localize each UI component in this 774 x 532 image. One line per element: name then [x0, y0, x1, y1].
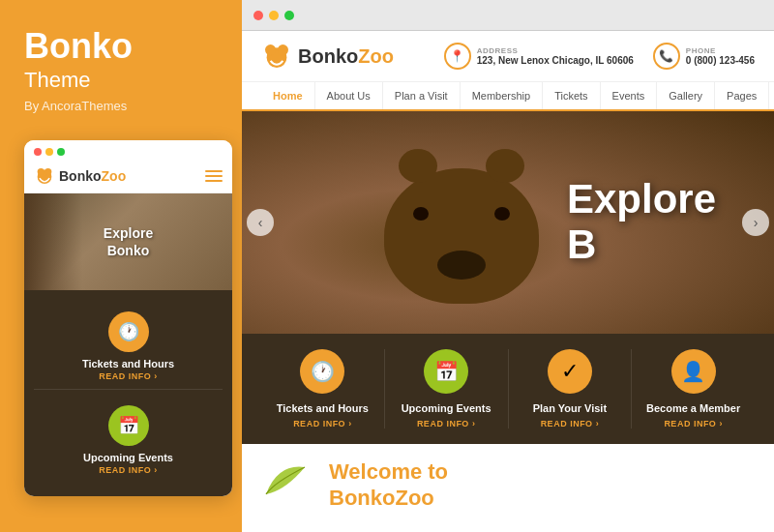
right-panel: BonkoZoo 📍 ADDRESS 123, New Lenox Chicag… — [242, 0, 774, 532]
brand-subtitle: Theme — [24, 68, 90, 93]
mobile-mockup: BonkoZoo Explore Bonko 🕐 Tickets and Hou… — [24, 140, 232, 496]
nav-plan[interactable]: Plan a Visit — [383, 82, 461, 109]
nav-membership[interactable]: Membership — [461, 82, 544, 109]
hero-title-line2: B — [567, 222, 716, 268]
mobile-card-link-tickets[interactable]: READ INFO › — [99, 371, 158, 381]
mobile-card-link-events[interactable]: READ INFO › — [99, 465, 158, 475]
bear-illustration — [384, 168, 539, 304]
info-link-tickets[interactable]: READ INFO › — [293, 419, 352, 429]
nav-gallery[interactable]: Gallery — [657, 82, 715, 109]
mobile-titlebar — [24, 140, 232, 160]
bear-nose — [437, 251, 486, 280]
mobile-card-events: 📅 Upcoming Events READ INFO › — [34, 398, 223, 483]
contact-phone: 📞 PHONE 0 (800) 123-456 — [653, 43, 755, 70]
nav-tickets[interactable]: Tickets — [543, 82, 600, 109]
svg-point-5 — [278, 44, 288, 55]
info-title-tickets: Tickets and Hours — [277, 401, 369, 415]
welcome-line2: BonkoZoo — [329, 486, 434, 510]
bear-ear-right — [486, 149, 524, 183]
site-logo-icon — [261, 41, 292, 72]
welcome-text: Welcome to BonkoZoo — [329, 459, 448, 511]
info-card-events: 📅 Upcoming Events READ INFO › — [385, 349, 509, 429]
site-hero: Explore B ‹ › — [242, 111, 774, 334]
mobile-dot-yellow — [45, 148, 53, 156]
site-logo-zoo: Zoo — [358, 45, 394, 68]
mobile-hero-text: Explore Bonko — [104, 224, 153, 259]
browser-dot-green — [284, 11, 294, 20]
mobile-dot-red — [34, 148, 42, 156]
site-logo: BonkoZoo — [261, 41, 394, 72]
left-panel: Bonko Theme By AncoraThemes BonkoZoo — [0, 0, 242, 532]
mobile-card-title-tickets: Tickets and Hours — [82, 358, 174, 369]
leaf-decoration-icon — [261, 459, 310, 498]
info-icon-visit: ✓ — [548, 349, 592, 394]
info-title-visit: Plan Your Visit — [533, 401, 607, 415]
phone-icon: 📞 — [653, 43, 680, 70]
welcome-heading: Welcome to BonkoZoo — [329, 459, 448, 511]
bear-ear-left — [399, 149, 437, 183]
svg-point-2 — [45, 168, 51, 175]
info-icon-events: 📅 — [424, 349, 468, 394]
brand-by: By AncoraThemes — [24, 99, 127, 113]
site-nav: Home About Us Plan a Visit Membership Ti… — [242, 82, 774, 111]
mobile-logo-bonko: Bonko — [59, 168, 102, 184]
mobile-hero-line1: Explore — [104, 224, 153, 242]
nav-contacts[interactable]: Contacts — [769, 82, 774, 109]
contact-address-text: ADDRESS 123, New Lenox Chicago, IL 60606 — [477, 46, 634, 66]
info-icon-tickets: 🕐 — [300, 349, 344, 394]
bear-eye-right — [494, 207, 510, 221]
mobile-logo-icon — [34, 165, 55, 187]
mobile-card-title-events: Upcoming Events — [83, 452, 173, 463]
mobile-card-icon-events: 📅 — [108, 405, 149, 446]
mobile-logo-zoo: Zoo — [102, 168, 127, 184]
nav-about[interactable]: About Us — [315, 82, 383, 109]
info-icon-member: 👤 — [671, 349, 716, 394]
nav-home[interactable]: Home — [261, 82, 315, 109]
mobile-hero: Explore Bonko — [24, 193, 232, 290]
info-title-member: Become a Member — [646, 401, 740, 415]
mobile-card-tickets: 🕐 Tickets and Hours READ INFO › — [34, 304, 223, 390]
browser-dot-red — [253, 11, 263, 20]
mobile-dots — [34, 148, 65, 156]
mobile-logo: BonkoZoo — [34, 165, 126, 187]
site-header: BonkoZoo 📍 ADDRESS 123, New Lenox Chicag… — [242, 31, 774, 82]
site-contact: 📍 ADDRESS 123, New Lenox Chicago, IL 606… — [444, 43, 755, 70]
site-logo-bonko: Bonko — [298, 45, 358, 68]
info-title-events: Upcoming Events — [402, 401, 491, 415]
location-icon: 📍 — [444, 43, 471, 70]
svg-point-4 — [265, 44, 276, 55]
info-link-member[interactable]: READ INFO › — [664, 419, 723, 429]
info-link-events[interactable]: READ INFO › — [417, 419, 476, 429]
nav-pages[interactable]: Pages — [715, 82, 769, 109]
svg-point-1 — [38, 168, 45, 175]
info-card-tickets: 🕐 Tickets and Hours READ INFO › — [261, 349, 385, 429]
welcome-line1: Welcome to — [329, 459, 448, 484]
address-label: ADDRESS — [477, 46, 634, 55]
slider-next-button[interactable]: › — [742, 209, 769, 236]
contact-phone-text: PHONE 0 (800) 123-456 — [686, 46, 755, 66]
slider-prev-button[interactable]: ‹ — [247, 209, 274, 236]
mobile-dot-green — [57, 148, 65, 156]
mobile-bear-silhouette — [24, 193, 82, 290]
address-value: 123, New Lenox Chicago, IL 60606 — [477, 55, 634, 66]
phone-label: PHONE — [686, 46, 755, 55]
info-link-visit[interactable]: READ INFO › — [541, 419, 600, 429]
browser-dot-yellow — [269, 11, 279, 20]
welcome-section: Welcome to BonkoZoo — [242, 444, 774, 526]
brand-title: Bonko — [24, 29, 133, 64]
info-cards: 🕐 Tickets and Hours READ INFO › 📅 Upcomi… — [242, 334, 774, 444]
nav-events[interactable]: Events — [601, 82, 658, 109]
hero-title-line1: Explore — [567, 177, 716, 222]
info-card-visit: ✓ Plan Your Visit READ INFO › — [509, 349, 633, 429]
bear-head — [384, 168, 539, 304]
info-card-member: 👤 Become a Member READ INFO › — [632, 349, 755, 429]
contact-address: 📍 ADDRESS 123, New Lenox Chicago, IL 606… — [444, 43, 634, 70]
mobile-header: BonkoZoo — [24, 160, 232, 193]
phone-value: 0 (800) 123-456 — [686, 55, 755, 66]
hamburger-icon[interactable] — [205, 170, 223, 182]
browser-chrome — [242, 0, 774, 31]
mobile-cards: 🕐 Tickets and Hours READ INFO › 📅 Upcomi… — [24, 290, 232, 496]
mobile-hero-line2: Bonko — [104, 242, 153, 259]
mobile-card-icon-tickets: 🕐 — [108, 311, 149, 352]
hero-text: Explore B — [567, 177, 716, 268]
